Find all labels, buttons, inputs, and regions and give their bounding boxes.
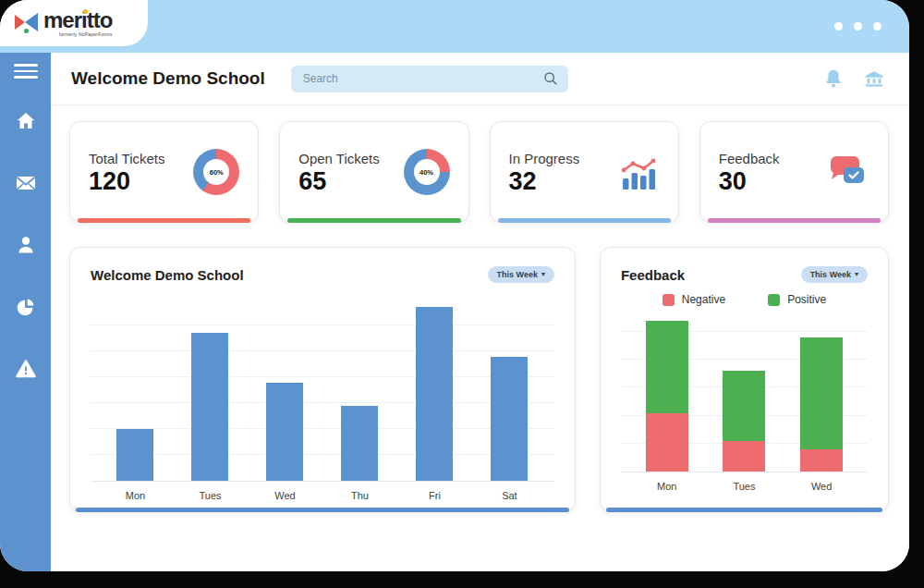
chart-title: Feedback bbox=[621, 267, 685, 283]
weekly-tickets-chart-card: Welcome Demo School This Week ▾ MonTuesW… bbox=[69, 247, 576, 512]
search-icon[interactable] bbox=[542, 70, 559, 87]
chart-title: Welcome Demo School bbox=[91, 267, 244, 283]
stat-cards-row: Total Tickets 120 60% Open Tickets 65 40… bbox=[51, 105, 909, 223]
positive-swatch bbox=[768, 294, 780, 306]
x-axis-label: Wed bbox=[783, 481, 860, 492]
window-menu-dots[interactable] bbox=[834, 22, 881, 31]
donut-label: 40% bbox=[414, 159, 440, 185]
x-axis-label: Fri bbox=[397, 490, 472, 501]
stat-label: In Progress bbox=[509, 151, 580, 166]
chart-legend: Negative Positive bbox=[621, 293, 868, 306]
dot-icon[interactable] bbox=[854, 22, 862, 31]
x-axis-label: Wed bbox=[248, 490, 322, 501]
period-label: This Week bbox=[497, 270, 538, 279]
period-label: This Week bbox=[810, 270, 851, 279]
legend-label: Positive bbox=[787, 293, 826, 306]
donut-chart-40: 40% bbox=[404, 149, 450, 195]
home-icon[interactable] bbox=[15, 110, 37, 132]
period-dropdown[interactable]: This Week ▾ bbox=[488, 266, 554, 283]
stat-card-feedback[interactable]: Feedback 30 bbox=[699, 121, 889, 223]
card-accent-bar bbox=[708, 218, 881, 223]
chart-accent-bar bbox=[76, 508, 569, 512]
bar-chart-trend-icon bbox=[615, 153, 660, 191]
donut-label: 60% bbox=[203, 159, 229, 185]
app-window: meritto formerly NoPaperForms bbox=[0, 0, 909, 571]
feedback-chart-card: Feedback This Week ▾ Negative Positive bbox=[600, 247, 889, 512]
stat-card-open-tickets[interactable]: Open Tickets 65 40% bbox=[279, 121, 468, 223]
legend-item-negative: Negative bbox=[663, 293, 725, 306]
stat-card-total-tickets[interactable]: Total Tickets 120 60% bbox=[69, 121, 259, 223]
chevron-down-icon: ▾ bbox=[541, 271, 545, 278]
logo-tagline: formerly NoPaperForms bbox=[43, 32, 112, 37]
x-axis-label: Tues bbox=[173, 490, 248, 501]
card-accent-bar bbox=[498, 218, 671, 223]
stat-value: 32 bbox=[509, 169, 580, 194]
stat-value: 65 bbox=[298, 169, 380, 194]
dot-icon[interactable] bbox=[834, 22, 843, 31]
x-axis-label: Mon bbox=[98, 490, 173, 501]
card-accent-bar bbox=[287, 218, 460, 223]
bar-tues-negative bbox=[723, 441, 765, 472]
x-axis-label: Mon bbox=[628, 481, 706, 492]
bar-wed bbox=[266, 383, 303, 481]
legend-label: Negative bbox=[682, 293, 725, 306]
bar-thu bbox=[341, 406, 378, 481]
logo-yellow-dot bbox=[83, 9, 88, 14]
legend-item-positive: Positive bbox=[768, 293, 826, 306]
main-chart-plot: MonTuesWedThuFriSat bbox=[91, 300, 554, 501]
donut-chart-60: 60% bbox=[193, 149, 239, 195]
chat-bubbles-icon bbox=[825, 153, 869, 191]
meritto-logo-icon bbox=[15, 12, 39, 34]
logo-tab: meritto formerly NoPaperForms bbox=[0, 0, 148, 46]
bar-tues-positive bbox=[723, 371, 765, 440]
stat-label: Open Tickets bbox=[298, 151, 380, 166]
logo-text-block: meritto formerly NoPaperForms bbox=[43, 9, 112, 37]
bar-wed-negative bbox=[800, 449, 843, 472]
main-content: Welcome Demo School bbox=[51, 53, 909, 571]
dot-icon[interactable] bbox=[873, 22, 881, 31]
chart-accent-bar bbox=[606, 508, 882, 512]
bell-icon[interactable] bbox=[822, 67, 845, 90]
bank-icon[interactable] bbox=[863, 67, 885, 90]
bar-tues bbox=[191, 333, 228, 481]
alert-icon[interactable] bbox=[15, 358, 37, 380]
stat-value: 30 bbox=[719, 169, 780, 194]
bar-mon-negative bbox=[646, 413, 688, 472]
card-accent-bar bbox=[78, 218, 250, 223]
x-axis-label: Tues bbox=[706, 481, 784, 492]
charts-row: Welcome Demo School This Week ▾ MonTuesW… bbox=[51, 223, 909, 512]
bar-mon-positive bbox=[646, 321, 688, 413]
bar-mon bbox=[116, 429, 153, 481]
stat-label: Feedback bbox=[719, 151, 780, 166]
bar-fri bbox=[416, 307, 453, 481]
pie-chart-icon[interactable] bbox=[15, 296, 37, 318]
period-dropdown[interactable]: This Week ▾ bbox=[801, 266, 868, 283]
user-icon[interactable] bbox=[15, 234, 37, 256]
logo-wordmark: meritto bbox=[43, 7, 112, 32]
x-axis-label: Sat bbox=[472, 490, 547, 501]
mail-icon[interactable] bbox=[15, 172, 37, 194]
menu-icon[interactable] bbox=[14, 64, 38, 79]
search-input[interactable] bbox=[291, 66, 568, 92]
sidebar-nav bbox=[0, 53, 51, 571]
bar-sat bbox=[491, 357, 528, 481]
negative-swatch bbox=[663, 294, 675, 306]
stat-card-in-progress[interactable]: In Progress 32 bbox=[490, 121, 679, 223]
search-box bbox=[291, 66, 568, 92]
x-axis-label: Thu bbox=[322, 490, 397, 501]
feedback-chart-plot: MonTuesWed bbox=[621, 318, 868, 492]
bar-wed-positive bbox=[800, 337, 843, 449]
stat-value: 120 bbox=[89, 169, 165, 194]
stat-label: Total Tickets bbox=[89, 151, 165, 166]
page-title: Welcome Demo School bbox=[71, 68, 265, 89]
page-header: Welcome Demo School bbox=[51, 53, 909, 105]
chevron-down-icon: ▾ bbox=[855, 271, 858, 278]
